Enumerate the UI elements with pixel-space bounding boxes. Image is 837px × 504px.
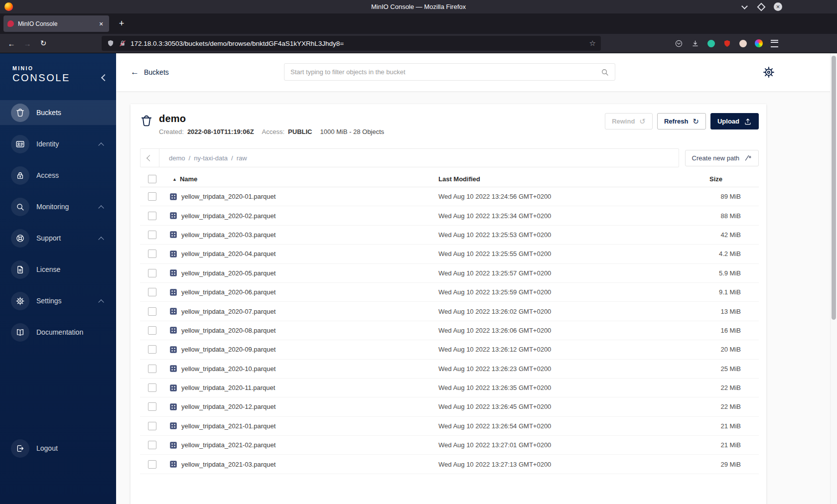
sidebar-item-logout[interactable]: Logout bbox=[0, 436, 116, 461]
row-checkbox[interactable] bbox=[148, 250, 156, 258]
object-name[interactable]: yellow_tripdata_2020-01.parquet bbox=[181, 193, 276, 200]
forward-button[interactable]: → bbox=[20, 36, 35, 50]
window-title: MinIO Console — Mozilla Firefox bbox=[371, 3, 466, 10]
table-row[interactable]: yellow_tripdata_2020-04.parquet Wed Aug … bbox=[140, 245, 759, 263]
upload-button[interactable]: Upload bbox=[710, 113, 759, 129]
extension-pinwheel-icon[interactable] bbox=[755, 39, 763, 47]
row-checkbox[interactable] bbox=[148, 326, 156, 335]
table-row[interactable]: yellow_tripdata_2020-02.parquet Wed Aug … bbox=[140, 206, 759, 225]
object-name[interactable]: yellow_tripdata_2020-04.parquet bbox=[181, 250, 276, 257]
row-checkbox[interactable] bbox=[148, 345, 156, 354]
table-row[interactable]: yellow_tripdata_2020-09.parquet Wed Aug … bbox=[140, 340, 759, 359]
access-value[interactable]: PUBLIC bbox=[288, 128, 312, 135]
tab-close-icon[interactable]: × bbox=[97, 20, 105, 28]
sidebar-item-documentation[interactable]: Documentation bbox=[0, 320, 116, 345]
breadcrumb-segment[interactable]: raw bbox=[228, 154, 247, 162]
connection-security-icon[interactable] bbox=[119, 39, 127, 47]
object-name[interactable]: yellow_tripdata_2021-02.parquet bbox=[181, 441, 276, 449]
row-checkbox[interactable] bbox=[148, 460, 156, 469]
object-name[interactable]: yellow_tripdata_2020-12.parquet bbox=[181, 403, 276, 410]
window-maximize-button[interactable] bbox=[757, 2, 766, 11]
scrollbar-thumb[interactable] bbox=[832, 56, 836, 320]
path-back-button[interactable] bbox=[140, 149, 159, 167]
object-name[interactable]: yellow_tripdata_2020-03.parquet bbox=[181, 231, 276, 239]
create-new-path-button[interactable]: Create new path bbox=[685, 150, 759, 166]
table-row[interactable]: yellow_tripdata_2020-07.parquet Wed Aug … bbox=[140, 302, 759, 321]
table-row[interactable]: yellow_tripdata_2020-03.parquet Wed Aug … bbox=[140, 226, 759, 245]
sidebar-collapse-button[interactable] bbox=[102, 73, 107, 82]
chevron-up-icon[interactable] bbox=[99, 235, 103, 243]
chevron-up-icon[interactable] bbox=[99, 298, 103, 306]
back-to-buckets-link[interactable]: ← Buckets bbox=[131, 67, 169, 77]
breadcrumb-segment[interactable]: ny-taxi-data bbox=[185, 154, 228, 162]
ublock-shield-icon[interactable] bbox=[723, 39, 731, 48]
chevron-up-icon[interactable] bbox=[99, 141, 103, 149]
window-close-button[interactable]: × bbox=[774, 2, 782, 11]
object-name[interactable]: yellow_tripdata_2020-11.parquet bbox=[181, 384, 275, 391]
row-checkbox[interactable] bbox=[148, 402, 156, 411]
pocket-icon[interactable] bbox=[675, 39, 683, 48]
object-name[interactable]: yellow_tripdata_2021-03.parquet bbox=[181, 461, 276, 468]
column-header-size[interactable]: Size bbox=[709, 175, 759, 183]
menu-hamburger-icon[interactable] bbox=[771, 40, 778, 47]
sidebar-item-buckets[interactable]: Buckets bbox=[0, 100, 116, 125]
select-all-checkbox[interactable] bbox=[148, 175, 156, 183]
column-header-modified[interactable]: Last Modified bbox=[438, 175, 709, 183]
object-name[interactable]: yellow_tripdata_2020-02.parquet bbox=[181, 212, 276, 220]
extension-pale-icon[interactable] bbox=[739, 40, 747, 47]
settings-gear-icon[interactable] bbox=[762, 66, 775, 79]
rewind-button[interactable]: Rewind ↺ bbox=[605, 113, 653, 129]
object-name[interactable]: yellow_tripdata_2020-08.parquet bbox=[181, 327, 276, 334]
row-checkbox[interactable] bbox=[148, 441, 156, 449]
refresh-button[interactable]: Refresh ↻ bbox=[657, 113, 706, 129]
window-minimize-button[interactable] bbox=[740, 2, 749, 11]
column-header-name[interactable]: Name bbox=[180, 175, 197, 183]
sidebar-item-identity[interactable]: Identity bbox=[0, 131, 116, 156]
table-row[interactable]: yellow_tripdata_2021-03.parquet Wed Aug … bbox=[140, 455, 759, 474]
chevron-up-icon[interactable] bbox=[99, 204, 103, 212]
object-name[interactable]: yellow_tripdata_2020-10.parquet bbox=[181, 365, 276, 373]
row-checkbox[interactable] bbox=[148, 422, 156, 430]
sidebar-item-license[interactable]: License bbox=[0, 257, 116, 282]
sidebar-item-settings[interactable]: Settings bbox=[0, 288, 116, 313]
downloads-icon[interactable] bbox=[691, 39, 699, 48]
row-checkbox[interactable] bbox=[148, 231, 156, 239]
table-row[interactable]: yellow_tripdata_2021-01.parquet Wed Aug … bbox=[140, 417, 759, 436]
row-checkbox[interactable] bbox=[148, 383, 156, 392]
table-row[interactable]: yellow_tripdata_2020-01.parquet Wed Aug … bbox=[140, 187, 759, 206]
table-row[interactable]: yellow_tripdata_2021-02.parquet Wed Aug … bbox=[140, 436, 759, 455]
row-checkbox[interactable] bbox=[148, 269, 156, 277]
object-name[interactable]: yellow_tripdata_2021-01.parquet bbox=[181, 422, 276, 430]
url-bar[interactable]: 172.18.0.3:30503/buckets/demo/browse/bnk… bbox=[102, 36, 601, 51]
new-tab-button[interactable]: + bbox=[115, 18, 128, 29]
table-row[interactable]: yellow_tripdata_2020-10.parquet Wed Aug … bbox=[140, 360, 759, 378]
extension-green-icon[interactable] bbox=[707, 40, 715, 47]
reload-button[interactable]: ↻ bbox=[36, 36, 51, 50]
table-row[interactable]: yellow_tripdata_2020-08.parquet Wed Aug … bbox=[140, 321, 759, 340]
table-row[interactable]: yellow_tripdata_2020-05.parquet Wed Aug … bbox=[140, 264, 759, 283]
breadcrumb-segment[interactable]: demo bbox=[169, 154, 185, 162]
object-name[interactable]: yellow_tripdata_2020-06.parquet bbox=[181, 288, 276, 296]
table-row[interactable]: yellow_tripdata_2020-06.parquet Wed Aug … bbox=[140, 283, 759, 302]
row-checkbox[interactable] bbox=[148, 192, 156, 201]
browser-tab-minio-console[interactable]: MinIO Console × bbox=[3, 15, 109, 32]
filter-input[interactable] bbox=[284, 68, 600, 76]
url-text[interactable]: 172.18.0.3:30503/buckets/demo/browse/bnk… bbox=[131, 40, 344, 47]
table-row[interactable]: yellow_tripdata_2020-11.parquet Wed Aug … bbox=[140, 378, 759, 397]
row-checkbox[interactable] bbox=[148, 288, 156, 296]
bookmark-star-icon[interactable]: ☆ bbox=[589, 39, 596, 48]
sidebar-item-access[interactable]: Access bbox=[0, 163, 116, 188]
back-button[interactable]: ← bbox=[4, 36, 19, 50]
tracking-protection-icon[interactable] bbox=[107, 39, 115, 47]
sidebar-item-support[interactable]: Support bbox=[0, 226, 116, 251]
object-name[interactable]: yellow_tripdata_2020-07.parquet bbox=[181, 308, 276, 315]
row-checkbox[interactable] bbox=[148, 307, 156, 316]
table-row[interactable]: yellow_tripdata_2020-12.parquet Wed Aug … bbox=[140, 397, 759, 416]
sort-asc-icon[interactable]: ▲ bbox=[172, 177, 177, 182]
scrollbar[interactable] bbox=[830, 53, 837, 504]
row-checkbox[interactable] bbox=[148, 212, 156, 220]
row-checkbox[interactable] bbox=[148, 365, 156, 373]
object-name[interactable]: yellow_tripdata_2020-09.parquet bbox=[181, 346, 276, 353]
object-name[interactable]: yellow_tripdata_2020-05.parquet bbox=[181, 269, 276, 277]
sidebar-item-monitoring[interactable]: Monitoring bbox=[0, 194, 116, 219]
